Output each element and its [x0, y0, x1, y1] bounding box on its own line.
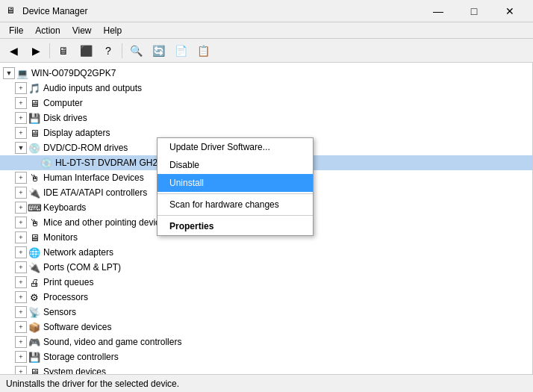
tree-icon-computer: 🖥 [28, 97, 40, 109]
tree-label-storage: Storage controllers [43, 352, 119, 362]
expand-btn-sound[interactable]: + [15, 336, 27, 348]
expand-btn-mice[interactable]: + [15, 217, 27, 228]
expand-btn-audio[interactable]: + [15, 82, 27, 94]
expand-btn-ports[interactable]: + [15, 261, 27, 273]
title-bar-controls: — □ ✕ [421, 0, 527, 22]
expand-btn-software[interactable]: + [15, 321, 27, 333]
toolbar: ◀ ▶ 🖥 ⬛ ? 🔍 🔄 📄 📋 [0, 39, 533, 63]
expand-btn-disk[interactable]: + [15, 112, 27, 124]
toolbar-prop[interactable]: 📋 [193, 41, 213, 60]
expand-btn-computer[interactable]: + [15, 97, 27, 109]
ctx-item-uninstall[interactable]: Uninstall [158, 174, 313, 192]
toolbar-help[interactable]: ? [98, 41, 119, 60]
expand-btn-keyboards[interactable]: + [15, 202, 27, 214]
ctx-item-update[interactable]: Update Driver Software... [158, 138, 313, 156]
tree-icon-keyboards: ⌨ [28, 202, 40, 214]
tree-label-network: Network adapters [43, 247, 113, 258]
maximize-button[interactable]: □ [457, 0, 491, 22]
expand-btn-print[interactable]: + [15, 276, 27, 288]
tree-label-dvd: DVD/CD-ROM drives [43, 143, 128, 153]
tree-label-keyboards: Keyboards [43, 202, 86, 213]
menu-bar: FileActionViewHelp [0, 22, 533, 39]
tree-icon-audio: 🎵 [28, 82, 40, 94]
menu-item-help[interactable]: Help [98, 24, 128, 37]
tree-label-monitors: Monitors [43, 232, 78, 243]
tree-item-system[interactable]: +🖥System devices [0, 364, 532, 374]
ctx-separator-sep2 [158, 215, 313, 216]
tree-item-storage[interactable]: +💾Storage controllers [0, 349, 532, 364]
tree-icon-root: 💻 [16, 67, 28, 79]
main-area: ▼💻WIN-O079DQ2GPK7+🎵Audio inputs and outp… [0, 63, 533, 374]
toolbar-back[interactable]: ◀ [3, 41, 24, 60]
expand-btn-ide[interactable]: + [15, 187, 27, 199]
minimize-button[interactable]: — [421, 0, 455, 22]
tree-label-ports: Ports (COM & LPT) [43, 262, 121, 273]
expand-btn-sensors[interactable]: + [15, 306, 27, 318]
menu-item-file[interactable]: File [3, 24, 29, 37]
expand-btn-processors[interactable]: + [15, 291, 27, 303]
tree-item-audio[interactable]: +🎵Audio inputs and outputs [0, 81, 532, 96]
toolbar-computer[interactable]: 🖥 [53, 41, 74, 60]
tree-label-mice: Mice and other pointing devices [43, 217, 169, 228]
tree-label-audio: Audio inputs and outputs [43, 83, 142, 93]
tree-label-disk: Disk drives [43, 113, 87, 123]
tree-icon-sensors: 📡 [28, 306, 40, 318]
tree-item-processors[interactable]: +⚙Processors [0, 290, 532, 305]
toolbar-doc[interactable]: 📄 [170, 41, 191, 60]
tree-item-software[interactable]: +📦Software devices [0, 320, 532, 335]
title-bar: 🖥 Device Manager — □ ✕ [0, 0, 533, 22]
toolbar-forward[interactable]: ▶ [25, 41, 46, 60]
expand-btn-hid[interactable]: + [15, 172, 27, 184]
context-menu: Update Driver Software...DisableUninstal… [157, 137, 314, 236]
ctx-item-disable[interactable]: Disable [158, 156, 313, 174]
tree-icon-monitors: 🖥 [28, 231, 40, 243]
menu-item-view[interactable]: View [66, 24, 98, 37]
ctx-item-properties[interactable]: Properties [158, 217, 313, 235]
toolbar-sep-1 [49, 43, 50, 58]
expand-btn-monitors[interactable]: + [15, 231, 27, 243]
expand-btn-network[interactable]: + [15, 246, 27, 258]
tree-item-root[interactable]: ▼💻WIN-O079DQ2GPK7 [0, 66, 532, 81]
title-bar-text: Device Manager [22, 6, 421, 16]
tree-label-software: Software devices [43, 322, 111, 332]
expand-btn-root[interactable]: ▼ [3, 67, 15, 79]
tree-icon-ports: 🔌 [28, 261, 40, 273]
menu-item-action[interactable]: Action [29, 24, 66, 37]
tree-icon-ide: 🔌 [28, 187, 40, 199]
tree-label-computer: Computer [43, 98, 83, 108]
tree-icon-network: 🌐 [28, 246, 40, 258]
close-button[interactable]: ✕ [493, 0, 527, 22]
tree-icon-print: 🖨 [28, 276, 40, 288]
tree-item-sensors[interactable]: +📡Sensors [0, 305, 532, 320]
tree-label-sound: Sound, video and game controllers [43, 337, 181, 347]
toolbar-search[interactable]: 🔍 [125, 41, 146, 60]
tree-item-computer[interactable]: +🖥Computer [0, 96, 532, 111]
toolbar-refresh[interactable]: 🔄 [148, 41, 169, 60]
tree-label-root: WIN-O079DQ2GPK7 [31, 68, 116, 78]
tree-label-sensors: Sensors [43, 307, 76, 317]
tree-icon-processors: ⚙ [28, 291, 40, 303]
tree-icon-disk: 💾 [28, 112, 40, 124]
toolbar-sep-2 [122, 43, 122, 58]
tree-icon-sound: 🎮 [28, 336, 40, 348]
ctx-item-scan[interactable]: Scan for hardware changes [158, 196, 313, 214]
tree-icon-dvd: 💿 [28, 142, 40, 154]
tree-item-network[interactable]: +🌐Network adapters [0, 245, 532, 260]
tree-item-print[interactable]: +🖨Print queues [0, 275, 532, 290]
status-bar: Uninstalls the driver for the selected d… [0, 374, 533, 392]
tree-label-ide: IDE ATA/ATAPI controllers [43, 187, 147, 198]
tree-item-sound[interactable]: +🎮Sound, video and game controllers [0, 335, 532, 349]
tree-icon-mice: 🖱 [28, 217, 40, 228]
tree-item-ports[interactable]: +🔌Ports (COM & LPT) [0, 260, 532, 275]
expand-btn-dvd[interactable]: ▼ [15, 142, 27, 154]
tree-label-display: Display adapters [43, 128, 110, 138]
tree-icon-display: 🖥 [28, 127, 40, 139]
expand-btn-display[interactable]: + [15, 127, 27, 139]
toolbar-stop[interactable]: ⬛ [75, 41, 96, 60]
expand-btn-system[interactable]: + [15, 366, 27, 374]
tree-item-disk[interactable]: +💾Disk drives [0, 111, 532, 125]
app-icon: 🖥 [6, 5, 18, 17]
status-text: Uninstalls the driver for the selected d… [6, 379, 179, 389]
expand-btn-storage[interactable]: + [15, 351, 27, 363]
tree-icon-hid: 🖱 [28, 172, 40, 184]
